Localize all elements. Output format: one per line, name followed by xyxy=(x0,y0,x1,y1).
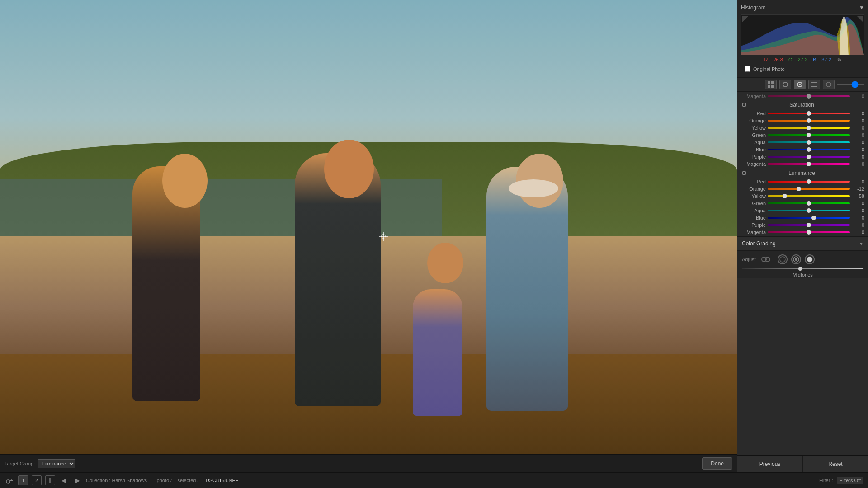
lum-red-thumb[interactable] xyxy=(807,179,811,184)
cg-adjust-row: Adjust xyxy=(737,251,868,268)
lum-blue-row: Blue 0 xyxy=(737,214,868,221)
sat-red-track[interactable] xyxy=(768,113,850,114)
sat-purple-track[interactable] xyxy=(768,156,850,158)
lum-purple-label: Purple xyxy=(741,222,766,228)
histogram-dropdown-icon[interactable]: ▼ xyxy=(859,5,864,11)
sat-yellow-row: Yellow 0 xyxy=(737,124,868,131)
person-1-head xyxy=(162,154,208,208)
dot-circle-view-btn[interactable] xyxy=(794,80,806,89)
panel-scroll[interactable]: Magenta 0 Saturation Red xyxy=(737,92,868,455)
color-grading-header[interactable]: Color Grading ▼ xyxy=(737,236,868,251)
lum-aqua-row: Aqua 0 xyxy=(737,207,868,214)
reset-button[interactable]: Reset xyxy=(803,456,868,472)
sat-magenta-label: Magenta xyxy=(741,161,766,167)
luminance-section: Luminance Red 0 Orange -12 xyxy=(737,168,868,236)
dot-circle-icon xyxy=(797,82,802,87)
view-2-btn[interactable]: 2 xyxy=(32,475,42,485)
cg-shadows-circle[interactable] xyxy=(778,254,788,264)
svg-rect-16 xyxy=(47,478,50,483)
sat-orange-thumb[interactable] xyxy=(807,118,811,123)
sat-green-track[interactable] xyxy=(768,134,850,136)
pct-symbol: % xyxy=(837,57,841,62)
sat-magenta-thumb[interactable] xyxy=(807,162,811,166)
sat-yellow-thumb[interactable] xyxy=(807,126,811,130)
child-body xyxy=(413,289,462,416)
sat-yellow-value: 0 xyxy=(852,125,864,131)
view-slider[interactable] xyxy=(837,84,864,85)
original-photo-row: Original Photo xyxy=(741,64,864,74)
cg-midtones-circle[interactable] xyxy=(791,254,801,264)
saturation-target-dot[interactable] xyxy=(742,103,746,107)
compare-grid-btn[interactable] xyxy=(45,475,55,485)
done-button[interactable]: Done xyxy=(702,457,732,470)
rect-icon xyxy=(811,82,817,87)
sat-aqua-track[interactable] xyxy=(768,141,850,143)
cg-slider-row xyxy=(737,268,868,271)
lum-yellow-track[interactable] xyxy=(768,195,850,197)
grid-icon xyxy=(768,81,774,88)
lum-orange-track[interactable] xyxy=(768,188,850,190)
sat-purple-thumb[interactable] xyxy=(807,155,811,159)
lum-green-thumb[interactable] xyxy=(807,201,811,206)
lum-orange-value: -12 xyxy=(852,186,864,192)
lum-blue-track[interactable] xyxy=(768,217,850,219)
hue-magenta-label: Magenta xyxy=(741,94,766,99)
original-photo-checkbox[interactable] xyxy=(745,66,750,72)
previous-button[interactable]: Previous xyxy=(737,456,803,472)
photo-count: 1 photo / 1 selected / xyxy=(152,478,198,483)
lum-red-row: Red 0 xyxy=(737,178,868,185)
sat-magenta-track[interactable] xyxy=(768,163,850,165)
filter-value[interactable]: Filters Off xyxy=(837,477,863,484)
view-1-btn[interactable]: 1 xyxy=(18,475,28,485)
sat-aqua-thumb[interactable] xyxy=(807,140,811,145)
ring-view-btn[interactable] xyxy=(823,80,835,89)
lum-red-track[interactable] xyxy=(768,181,850,183)
midtones-wheel-icon xyxy=(793,256,800,263)
saturation-header: Saturation xyxy=(737,100,868,110)
lum-orange-row: Orange -12 xyxy=(737,185,868,192)
sat-blue-thumb[interactable] xyxy=(807,147,811,152)
lum-magenta-thumb[interactable] xyxy=(807,230,811,235)
lum-purple-thumb[interactable] xyxy=(807,223,811,227)
sat-red-thumb[interactable] xyxy=(807,111,811,116)
sat-orange-row: Orange 0 xyxy=(737,117,868,124)
luminance-target-dot[interactable] xyxy=(742,171,746,175)
hue-magenta-thumb[interactable] xyxy=(807,94,811,99)
target-group-select[interactable]: Luminance xyxy=(38,459,75,468)
sat-green-label: Green xyxy=(741,132,766,138)
nav-fwd-btn[interactable]: ▶ xyxy=(72,475,82,485)
sat-blue-track[interactable] xyxy=(768,149,850,150)
sat-yellow-label: Yellow xyxy=(741,125,766,131)
cg-highlights-circle[interactable] xyxy=(805,254,815,264)
cg-balance-track[interactable] xyxy=(742,268,863,269)
panel-bottom-buttons: Previous Reset xyxy=(737,455,868,472)
lum-purple-track[interactable] xyxy=(768,224,850,226)
hue-magenta-track[interactable] xyxy=(768,95,850,97)
circle-view-btn[interactable] xyxy=(779,80,791,89)
lum-orange-thumb[interactable] xyxy=(797,187,801,191)
sat-orange-label: Orange xyxy=(741,118,766,123)
sat-orange-track[interactable] xyxy=(768,120,850,122)
rect-view-btn[interactable] xyxy=(808,80,820,89)
grid-view-btn[interactable] xyxy=(765,80,777,89)
lum-aqua-thumb[interactable] xyxy=(807,208,811,213)
color-grading-dropdown-icon[interactable]: ▼ xyxy=(859,241,863,246)
sat-yellow-track[interactable] xyxy=(768,127,850,129)
lum-green-track[interactable] xyxy=(768,202,850,204)
lum-aqua-track[interactable] xyxy=(768,210,850,211)
cg-linked-icon[interactable] xyxy=(761,254,774,264)
sat-green-value: 0 xyxy=(852,132,864,138)
lum-purple-value: 0 xyxy=(852,222,864,228)
lum-yellow-thumb[interactable] xyxy=(783,194,787,198)
lum-blue-thumb[interactable] xyxy=(811,216,816,220)
shadow-clip-icon xyxy=(742,16,749,22)
lum-magenta-track[interactable] xyxy=(768,231,850,233)
spray-tool-icon[interactable] xyxy=(5,475,14,485)
lum-purple-row: Purple 0 xyxy=(737,221,868,229)
nav-back-btn[interactable]: ◀ xyxy=(59,475,69,485)
lum-yellow-label: Yellow xyxy=(741,193,766,199)
rgb-values: R 26.8 G 27.2 B 37.2 % xyxy=(741,55,864,64)
sat-green-thumb[interactable] xyxy=(807,133,811,137)
cg-balance-thumb[interactable] xyxy=(798,267,802,271)
lum-green-label: Green xyxy=(741,201,766,206)
